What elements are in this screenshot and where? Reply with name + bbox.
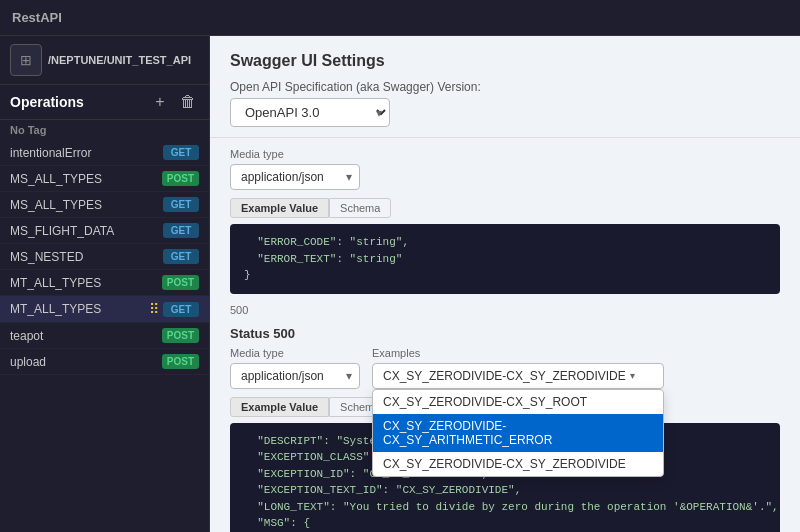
swagger-settings-title: Swagger UI Settings bbox=[230, 52, 780, 70]
sidebar-item-mt-all-types-post[interactable]: MT_ALL_TYPES POST bbox=[0, 270, 209, 296]
api-icon: ⊞ bbox=[10, 44, 42, 76]
media-type-group-500: Media type application/json bbox=[230, 347, 360, 389]
sidebar-item-mt-all-types-get[interactable]: MT_ALL_TYPES ⠿ GET bbox=[0, 296, 209, 323]
media-select-wrapper-200: application/json bbox=[230, 164, 360, 190]
examples-select-box[interactable]: CX_SY_ZERODIVIDE-CX_SY_ZERODIVIDE ▾ bbox=[372, 363, 664, 389]
examples-group-500: Examples CX_SY_ZERODIVIDE-CX_SY_ZERODIVI… bbox=[372, 347, 664, 389]
section-no-tag: No Tag bbox=[0, 120, 209, 140]
tab-example-value-500[interactable]: Example Value bbox=[230, 397, 329, 417]
sidebar-item-ms-all-types-post[interactable]: MS_ALL_TYPES POST bbox=[0, 166, 209, 192]
tab-schema-200[interactable]: Schema bbox=[329, 198, 391, 218]
add-operation-button[interactable]: + bbox=[149, 91, 171, 113]
media-type-label-200: Media type bbox=[230, 148, 360, 160]
sidebar-item-ms-nested[interactable]: MS_NESTED GET bbox=[0, 244, 209, 270]
row-number-500: 500 bbox=[230, 304, 780, 316]
examples-dropdown-container: CX_SY_ZERODIVIDE-CX_SY_ZERODIVIDE ▾ CX_S… bbox=[372, 363, 664, 389]
item-name: teapot bbox=[10, 329, 162, 343]
selected-example-text: CX_SY_ZERODIVIDE-CX_SY_ZERODIVIDE bbox=[383, 369, 626, 383]
main-layout: ⊞ /NEPTUNE/UNIT_TEST_API Operations + 🗑 … bbox=[0, 36, 800, 532]
sidebar-item-upload[interactable]: upload POST bbox=[0, 349, 209, 375]
operations-row: Operations + 🗑 bbox=[0, 85, 209, 120]
method-badge: GET bbox=[163, 197, 199, 212]
method-badge: POST bbox=[162, 171, 199, 186]
method-badge: GET bbox=[163, 145, 199, 160]
chevron-down-icon: ▾ bbox=[630, 370, 635, 381]
status-500-label: Status 500 bbox=[230, 326, 780, 341]
ops-actions: + 🗑 bbox=[149, 91, 199, 113]
media-type-select-500[interactable]: application/json bbox=[230, 363, 360, 389]
method-badge: GET bbox=[163, 249, 199, 264]
item-name: MT_ALL_TYPES bbox=[10, 276, 162, 290]
dropdown-item-root[interactable]: CX_SY_ZERODIVIDE-CX_SY_ROOT bbox=[373, 390, 663, 414]
examples-dropdown-list: CX_SY_ZERODIVIDE-CX_SY_ROOT CX_SY_ZERODI… bbox=[372, 389, 664, 477]
sidebar-item-teapot[interactable]: teapot POST bbox=[0, 323, 209, 349]
app-title: RestAPI bbox=[12, 10, 62, 25]
item-name: MS_NESTED bbox=[10, 250, 163, 264]
media-select-wrapper-500: application/json bbox=[230, 363, 360, 389]
media-type-label-500: Media type bbox=[230, 347, 360, 359]
method-badge: GET bbox=[163, 302, 199, 317]
item-name: intentionalError bbox=[10, 146, 163, 160]
drag-handle-icon: ⠿ bbox=[149, 301, 159, 317]
swagger-settings-panel: Swagger UI Settings Open API Specificati… bbox=[210, 36, 800, 138]
response-200-section: Media type application/json Example Valu… bbox=[210, 138, 800, 304]
main-content: Swagger UI Settings Open API Specificati… bbox=[210, 36, 800, 532]
spec-version-select[interactable]: OpenAPI 3.0 bbox=[230, 98, 390, 127]
sidebar-item-ms-flight-data[interactable]: MS_FLIGHT_DATA GET bbox=[0, 218, 209, 244]
method-badge: POST bbox=[162, 328, 199, 343]
method-badge: POST bbox=[162, 275, 199, 290]
status-500-section: 500 Status 500 Media type application/js… bbox=[210, 304, 800, 533]
media-type-row-500: Media type application/json Examples CX_… bbox=[230, 347, 780, 389]
media-type-group-200: Media type application/json bbox=[230, 148, 360, 190]
api-name: /NEPTUNE/UNIT_TEST_API bbox=[48, 54, 191, 66]
sidebar: ⊞ /NEPTUNE/UNIT_TEST_API Operations + 🗑 … bbox=[0, 36, 210, 532]
media-type-select-200[interactable]: application/json bbox=[230, 164, 360, 190]
sidebar-list: intentionalError GET MS_ALL_TYPES POST M… bbox=[0, 140, 209, 532]
examples-label-500: Examples bbox=[372, 347, 664, 359]
sidebar-item-ms-all-types-get[interactable]: MS_ALL_TYPES GET bbox=[0, 192, 209, 218]
spec-select-wrapper: OpenAPI 3.0 bbox=[230, 98, 390, 127]
tabs-200: Example Value Schema bbox=[230, 198, 780, 218]
dropdown-item-arithmetic[interactable]: CX_SY_ZERODIVIDE-CX_SY_ARITHMETIC_ERROR bbox=[373, 414, 663, 452]
item-name: MS_ALL_TYPES bbox=[10, 198, 163, 212]
dropdown-item-zerodivide[interactable]: CX_SY_ZERODIVIDE-CX_SY_ZERODIVIDE bbox=[373, 452, 663, 476]
sidebar-header: ⊞ /NEPTUNE/UNIT_TEST_API bbox=[0, 36, 209, 85]
spec-label: Open API Specification (aka Swagger) Ver… bbox=[230, 80, 780, 94]
top-bar: RestAPI bbox=[0, 0, 800, 36]
tab-example-value-200[interactable]: Example Value bbox=[230, 198, 329, 218]
api-icon-symbol: ⊞ bbox=[20, 52, 32, 68]
delete-operation-button[interactable]: 🗑 bbox=[177, 91, 199, 113]
sidebar-item-intentionalerror[interactable]: intentionalError GET bbox=[0, 140, 209, 166]
method-badge: POST bbox=[162, 354, 199, 369]
code-block-200: "ERROR_CODE": "string", "ERROR_TEXT": "s… bbox=[230, 224, 780, 294]
item-name: upload bbox=[10, 355, 162, 369]
item-name: MS_FLIGHT_DATA bbox=[10, 224, 163, 238]
item-name: MT_ALL_TYPES bbox=[10, 302, 149, 316]
media-type-row-200: Media type application/json bbox=[230, 148, 780, 190]
operations-label: Operations bbox=[10, 94, 149, 110]
item-name: MS_ALL_TYPES bbox=[10, 172, 162, 186]
method-badge: GET bbox=[163, 223, 199, 238]
